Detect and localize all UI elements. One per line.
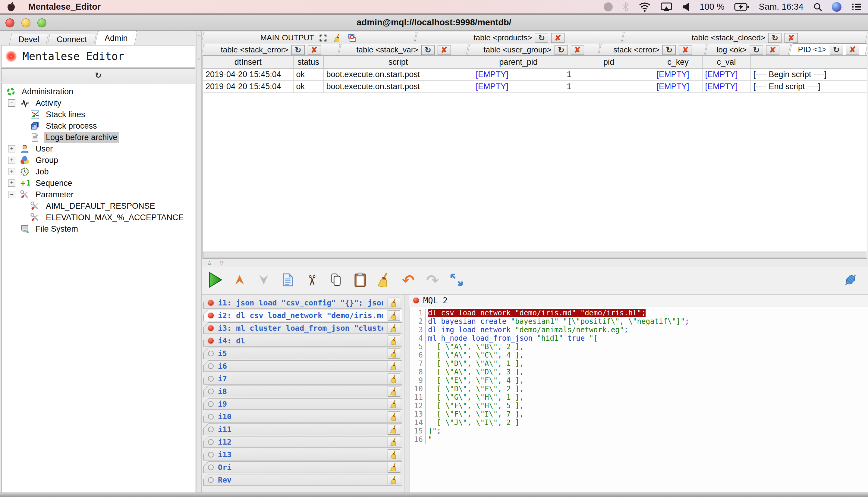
tab-refresh-button[interactable]: ↻: [662, 45, 676, 55]
table-row[interactable]: 2019-04-20 15:45:04okboot.execute.on.sta…: [203, 69, 867, 81]
tab-close-button[interactable]: ✘: [766, 45, 780, 55]
item-clean-button[interactable]: [388, 361, 400, 371]
output-tab-pid-1[interactable]: PID <1>↻✘: [789, 43, 868, 55]
tree-item-aiml-default-response[interactable]: AIML_DEFAULT_RESPONSE: [1, 200, 195, 212]
tab-close-button[interactable]: ✘: [571, 45, 584, 55]
menubar-clock[interactable]: Sam. 16:34: [759, 2, 803, 12]
tab-refresh-button[interactable]: ↻: [421, 45, 435, 55]
output-tab-main-output[interactable]: MAIN OUTPUT: [201, 32, 417, 43]
apple-menu-icon[interactable]: [6, 2, 16, 12]
code-area[interactable]: 1dl csv load_network "demo/iris.md" "dem…: [409, 307, 868, 497]
run-button[interactable]: [205, 270, 226, 291]
tab-closewins-button[interactable]: [346, 33, 358, 43]
item-clean-button[interactable]: [388, 450, 400, 460]
column-header-pid[interactable]: pid: [564, 56, 654, 69]
tree-item-sequence[interactable]: ++1Sequence: [1, 178, 195, 189]
tab-close-button[interactable]: ✘: [785, 33, 798, 43]
tab-refresh-button[interactable]: ↻: [535, 33, 548, 43]
notification-center-icon[interactable]: [851, 3, 862, 11]
tab-close-button[interactable]: ✘: [308, 45, 321, 55]
column-header-status[interactable]: status: [293, 56, 323, 69]
output-tab-log-ok[interactable]: log <ok>↻✘: [705, 44, 791, 55]
item-clean-button[interactable]: [388, 298, 400, 308]
item-clean-button[interactable]: [388, 348, 400, 359]
item-clean-button[interactable]: [388, 336, 400, 346]
tree-item-user[interactable]: +User: [1, 143, 195, 155]
column-header-dtinsert[interactable]: dtInsert: [203, 56, 293, 69]
tab-close-button[interactable]: ✘: [438, 45, 451, 55]
list-item-i11[interactable]: i11: [204, 424, 402, 435]
tree-item-stack-process[interactable]: Stack process: [1, 120, 195, 132]
newdoc-button[interactable]: [277, 270, 299, 291]
menubar-app-name[interactable]: Mentalese_Editor: [28, 2, 101, 12]
tree-item-parameter[interactable]: −Parameter: [1, 189, 195, 200]
volume-icon[interactable]: [682, 2, 690, 12]
connector-button[interactable]: [840, 270, 862, 291]
list-item-i6[interactable]: i6: [204, 360, 402, 372]
item-clean-button[interactable]: [388, 310, 400, 321]
output-tab-table-user-group[interactable]: table <user_group>↻✘: [467, 44, 600, 55]
minimize-window-button[interactable]: [22, 18, 30, 27]
list-item-i7[interactable]: i7: [204, 373, 402, 385]
tree-item-activity[interactable]: −Activity: [1, 97, 195, 109]
main-splitter[interactable]: △ ▽: [201, 259, 868, 267]
item-clean-button[interactable]: [388, 373, 400, 384]
item-clean-button[interactable]: [388, 386, 400, 397]
expander-plus-icon[interactable]: +: [8, 168, 15, 175]
list-item-i9[interactable]: i9: [204, 398, 402, 410]
tree-item-administration[interactable]: Administration: [1, 86, 195, 97]
sidebar-tab-connect[interactable]: Connect: [47, 34, 96, 45]
list-item-ori[interactable]: Ori: [204, 462, 402, 473]
tree-item-group[interactable]: +Group: [1, 155, 195, 166]
item-clean-button[interactable]: [388, 437, 400, 447]
sidebar-tab-admin[interactable]: Admin: [95, 31, 137, 45]
list-item-i13[interactable]: i13: [204, 449, 402, 460]
resize-button[interactable]: [446, 270, 467, 291]
column-header-c-val[interactable]: c_val: [702, 56, 751, 69]
item-clean-button[interactable]: [388, 462, 400, 473]
item-clean-button[interactable]: [388, 475, 400, 485]
tree-refresh-button[interactable]: ↻: [1, 68, 195, 82]
collapse-right-icon[interactable]: ▹: [198, 56, 200, 61]
list-item-i1[interactable]: i1: json load "csv_config" "{}"; json ..…: [204, 297, 402, 309]
list-item-i12[interactable]: i12: [204, 436, 402, 448]
copy-button[interactable]: [325, 270, 347, 291]
list-item-i4[interactable]: i4: dl: [204, 335, 402, 347]
list-item-i5[interactable]: i5: [204, 347, 402, 359]
siri-icon[interactable]: [832, 2, 841, 12]
collapse-up-icon[interactable]: △: [208, 260, 211, 265]
tab-close-button[interactable]: ✘: [551, 33, 564, 43]
list-item-i3[interactable]: i3: ml cluster load_from_json "cluster..…: [204, 322, 402, 334]
output-tab-stack-error[interactable]: stack <error>↻✘: [599, 44, 707, 55]
battery-charging-icon[interactable]: [734, 3, 749, 11]
tab-expand-button[interactable]: [317, 33, 328, 43]
tab-close-button[interactable]: ✘: [679, 45, 692, 55]
expander-plus-icon[interactable]: +: [8, 145, 15, 153]
paste-button[interactable]: [349, 270, 371, 291]
bluetooth-icon[interactable]: [622, 2, 629, 12]
tab-refresh-button[interactable]: ↻: [554, 45, 568, 55]
tree-item-job[interactable]: +Job: [1, 166, 195, 178]
output-tab-table-products[interactable]: table <products>↻✘: [415, 32, 624, 43]
screen-mirroring-icon[interactable]: [660, 2, 672, 12]
expander-minus-icon[interactable]: −: [8, 191, 15, 198]
tree-item-file-system[interactable]: File System: [1, 223, 195, 235]
undo-button[interactable]: ↶: [397, 270, 419, 291]
item-clean-button[interactable]: [388, 399, 400, 409]
sidebar-splitter[interactable]: ◃ ▹: [196, 31, 201, 497]
close-window-button[interactable]: [5, 18, 14, 27]
list-item-i2[interactable]: i2: dl csv load_network "demo/iris.md"..…: [204, 310, 402, 322]
output-tab-table-stack-closed[interactable]: table <stack_closed>↻✘: [622, 32, 868, 43]
tree-item-stack-lines[interactable]: Stack lines: [1, 109, 195, 120]
cut-button[interactable]: ✂: [301, 270, 323, 291]
item-clean-button[interactable]: [388, 323, 400, 333]
spotlight-search-icon[interactable]: [813, 2, 822, 12]
output-tab-table-stack-error[interactable]: table <stack_error>↻✘: [201, 44, 340, 55]
list-item-i8[interactable]: i8: [204, 386, 402, 397]
list-item-rev[interactable]: Rev: [204, 474, 402, 486]
output-tab-table-stack-var[interactable]: table <stack_var>↻✘: [338, 44, 469, 55]
clean-button[interactable]: [374, 270, 395, 291]
table-row[interactable]: 2019-04-20 15:45:04okboot.execute.on.sta…: [203, 81, 867, 93]
tab-refresh-button[interactable]: ↻: [292, 45, 305, 55]
collapse-left-icon[interactable]: ◃: [198, 32, 200, 38]
